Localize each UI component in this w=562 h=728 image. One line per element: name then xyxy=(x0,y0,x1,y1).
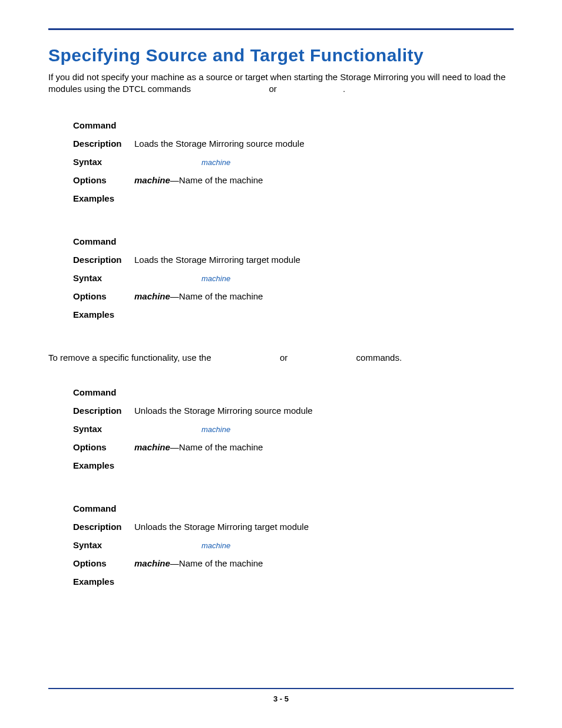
command-block: Command Description Unloads the Storage … xyxy=(73,503,514,587)
label-options: Options xyxy=(73,291,134,301)
label-examples: Examples xyxy=(73,577,134,587)
label-command: Command xyxy=(73,387,134,397)
mid-paragraph: To remove a specific functionality, use … xyxy=(48,353,514,363)
syntax-variable: machine xyxy=(201,274,230,283)
label-description: Description xyxy=(73,406,134,416)
label-examples: Examples xyxy=(73,309,134,319)
option-rest: —Name of the machine xyxy=(170,442,263,452)
value-options: machine—Name of the machine xyxy=(134,175,514,185)
label-examples: Examples xyxy=(73,193,134,203)
page-number: 3 - 5 xyxy=(0,694,562,703)
label-options: Options xyxy=(73,175,134,185)
value-description: Loads the Storage Mirroring source modul… xyxy=(134,139,514,149)
label-syntax: Syntax xyxy=(73,540,134,550)
syntax-variable: machine xyxy=(201,158,230,167)
option-rest: —Name of the machine xyxy=(170,291,263,301)
label-syntax: Syntax xyxy=(73,424,134,434)
page-title: Specifying Source and Target Functionali… xyxy=(48,45,514,65)
label-syntax: Syntax xyxy=(73,273,134,283)
value-options: machine—Name of the machine xyxy=(134,442,514,452)
label-examples: Examples xyxy=(73,460,134,470)
value-description: Unloads the Storage Mirroring target mod… xyxy=(134,522,514,532)
command-block: Command Description Loads the Storage Mi… xyxy=(73,120,514,203)
label-description: Description xyxy=(73,522,134,532)
syntax-variable: machine xyxy=(201,541,230,550)
label-command: Command xyxy=(73,503,134,513)
option-variable: machine xyxy=(134,442,170,452)
label-description: Description xyxy=(73,255,134,265)
option-rest: —Name of the machine xyxy=(170,175,263,185)
intro-paragraph: If you did not specify your machine as a… xyxy=(48,71,514,95)
syntax-variable: machine xyxy=(201,425,230,434)
label-options: Options xyxy=(73,442,134,452)
command-block: Command Description Unloads the Storage … xyxy=(73,387,514,470)
option-variable: machine xyxy=(134,175,170,185)
label-description: Description xyxy=(73,139,134,149)
value-description: Loads the Storage Mirroring target modul… xyxy=(134,255,514,265)
label-command: Command xyxy=(73,120,134,130)
label-command: Command xyxy=(73,236,134,246)
option-variable: machine xyxy=(134,558,170,568)
mid-text-a: To remove a specific functionality, use … xyxy=(48,353,211,363)
intro-end: . xyxy=(343,84,345,94)
label-options: Options xyxy=(73,558,134,568)
option-rest: —Name of the machine xyxy=(170,558,263,568)
bottom-rule xyxy=(48,688,514,689)
intro-text-a: If you did not specify your machine as a… xyxy=(48,72,505,94)
value-options: machine—Name of the machine xyxy=(134,291,514,301)
label-syntax: Syntax xyxy=(73,157,134,167)
mid-end: commands. xyxy=(356,353,402,363)
mid-or: or xyxy=(280,353,287,363)
option-variable: machine xyxy=(134,291,170,301)
command-block: Command Description Loads the Storage Mi… xyxy=(73,236,514,319)
intro-or: or xyxy=(269,84,276,94)
value-description: Unloads the Storage Mirroring source mod… xyxy=(134,406,514,416)
value-options: machine—Name of the machine xyxy=(134,558,514,568)
top-rule xyxy=(48,28,514,30)
